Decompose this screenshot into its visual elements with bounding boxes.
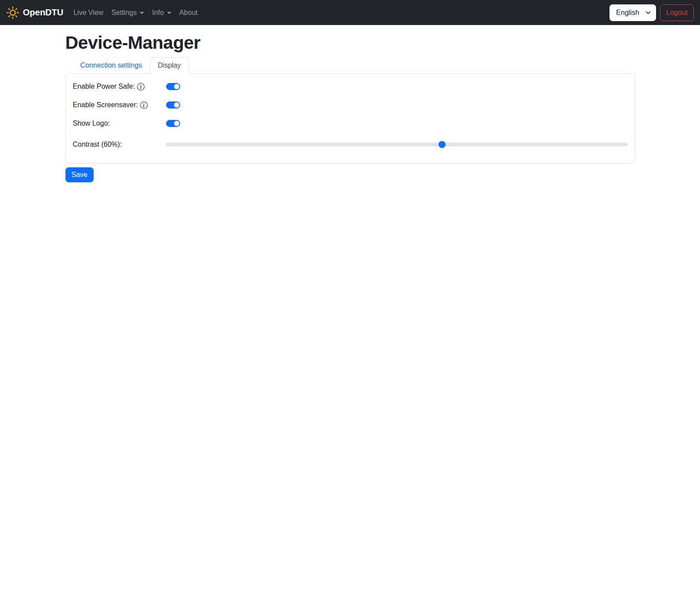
field-control	[166, 83, 627, 90]
sun-icon	[6, 6, 19, 19]
logout-button[interactable]: Logout	[660, 4, 694, 21]
field-label: Enable Power Safe:	[73, 81, 135, 92]
info-circle-icon[interactable]	[140, 101, 148, 109]
form-row-enable-screensaver: Enable Screensaver:	[73, 100, 627, 110]
nav-item-settings[interactable]: Settings	[107, 5, 148, 20]
tab-connection-settings[interactable]: Connection settings	[73, 57, 150, 74]
nav-item-info[interactable]: Info	[148, 5, 175, 20]
switch-knob	[174, 102, 179, 108]
chevron-down-icon	[140, 12, 144, 14]
form-row-show-logo: Show Logo:	[73, 118, 627, 129]
display-settings-card: Enable Power Safe: Enable Screensaver:	[65, 73, 635, 163]
field-label: Contrast (60%):	[73, 139, 122, 150]
field-control	[166, 141, 627, 148]
navbar-left: OpenDTU Live View Settings Info About	[6, 5, 202, 20]
switch-knob	[174, 121, 179, 126]
brand-label: OpenDTU	[23, 7, 63, 18]
field-label: Show Logo:	[73, 118, 110, 129]
show-logo-toggle[interactable]	[166, 120, 180, 127]
field-label-group: Enable Power Safe:	[73, 81, 166, 92]
nav-item-about[interactable]: About	[175, 5, 202, 20]
navbar: OpenDTU Live View Settings Info About En…	[0, 0, 700, 25]
page-title: Device-Manager	[65, 33, 635, 53]
info-circle-icon[interactable]	[137, 83, 145, 90]
nav-item-label: Settings	[111, 9, 137, 17]
field-label-group: Enable Screensaver:	[73, 100, 166, 110]
nav-item-label: Info	[152, 9, 164, 17]
brand-link[interactable]: OpenDTU	[6, 6, 63, 19]
field-label-group: Contrast (60%):	[73, 139, 166, 150]
form-row-enable-power-safe: Enable Power Safe:	[73, 81, 627, 92]
main-content: Device-Manager Connection settings Displ…	[60, 33, 640, 182]
nav-item-label: About	[179, 9, 198, 17]
nav-item-live-view[interactable]: Live View	[69, 5, 107, 20]
chevron-down-icon	[167, 12, 171, 14]
language-select[interactable]: English	[609, 4, 656, 21]
tab-display[interactable]: Display	[150, 57, 189, 74]
enable-screensaver-toggle[interactable]	[166, 101, 180, 109]
tab-bar: Connection settings Display	[73, 57, 635, 73]
field-label: Enable Screensaver:	[73, 100, 138, 110]
nav-item-label: Live View	[73, 9, 103, 17]
enable-power-safe-toggle[interactable]	[166, 83, 180, 90]
language-select-wrap: English	[609, 4, 656, 21]
contrast-slider[interactable]	[166, 141, 627, 148]
form-row-contrast: Contrast (60%):	[73, 139, 627, 150]
field-control	[166, 120, 627, 127]
field-control	[166, 101, 627, 109]
save-button[interactable]: Save	[65, 167, 94, 182]
switch-knob	[174, 84, 179, 89]
field-label-group: Show Logo:	[73, 118, 166, 129]
navbar-right: English Logout	[609, 4, 694, 21]
